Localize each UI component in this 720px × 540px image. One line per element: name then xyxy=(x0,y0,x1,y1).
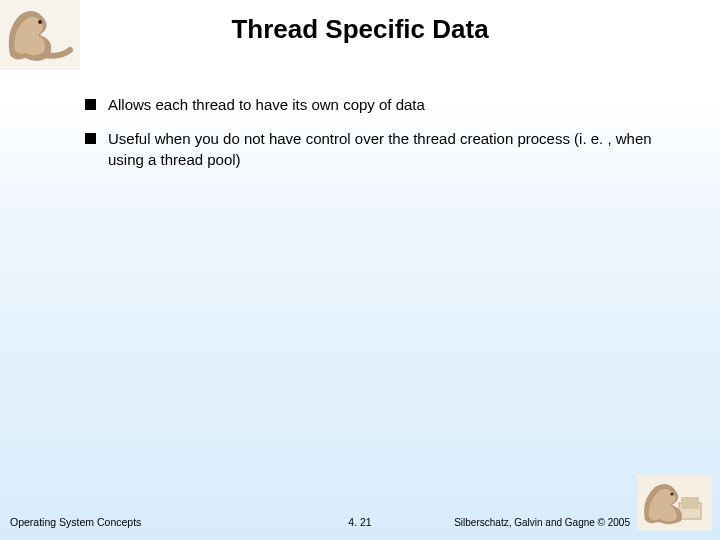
dinosaur-logo-bottom xyxy=(637,475,712,530)
square-bullet-icon xyxy=(85,133,96,144)
square-bullet-icon xyxy=(85,99,96,110)
bullet-item: Allows each thread to have its own copy … xyxy=(85,95,680,115)
footer-copyright: Silberschatz, Galvin and Gagne © 2005 xyxy=(454,517,630,528)
content-area: Allows each thread to have its own copy … xyxy=(85,95,680,184)
svg-point-5 xyxy=(670,492,673,495)
slide: Thread Specific Data Allows each thread … xyxy=(0,0,720,540)
bullet-text: Allows each thread to have its own copy … xyxy=(108,95,680,115)
slide-title: Thread Specific Data xyxy=(0,14,720,45)
bullet-item: Useful when you do not have control over… xyxy=(85,129,680,170)
svg-rect-4 xyxy=(681,497,699,509)
footer: Operating System Concepts 4. 21 Silbersc… xyxy=(0,508,720,528)
bullet-text: Useful when you do not have control over… xyxy=(108,129,680,170)
